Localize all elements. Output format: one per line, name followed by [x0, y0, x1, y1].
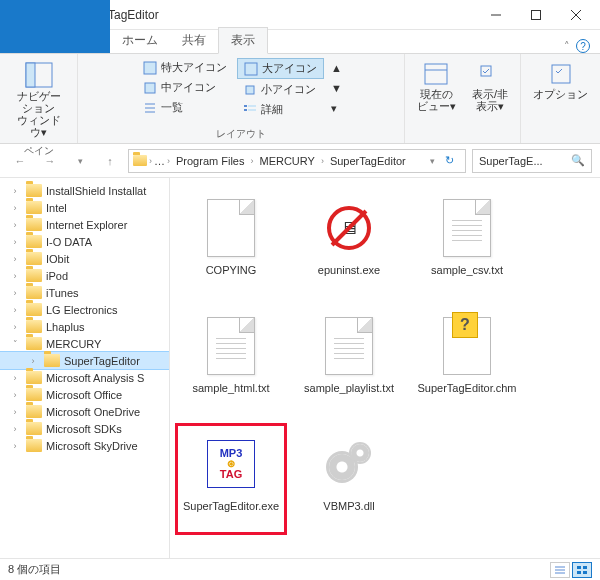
expand-icon[interactable]: › [8, 271, 22, 281]
nav-pane-button[interactable]: ナビゲーション ウィンドウ▾ [6, 58, 71, 142]
search-input[interactable]: SuperTagE... 🔍 [472, 149, 592, 173]
expand-icon[interactable]: › [26, 356, 40, 366]
maximize-button[interactable] [516, 1, 556, 29]
breadcrumb-bar[interactable]: › … › Program Files › MERCURY › SuperTag… [128, 149, 466, 173]
expand-icon[interactable]: › [8, 254, 22, 264]
forward-button[interactable]: → [38, 149, 62, 173]
show-hide-button[interactable]: 表示/非 表示▾ [466, 58, 514, 116]
svg-rect-15 [246, 86, 254, 94]
minimize-button[interactable] [476, 1, 516, 29]
file-item[interactable]: sample_playlist.txt [294, 306, 404, 416]
svg-rect-4 [532, 10, 541, 19]
expand-icon[interactable]: › [8, 407, 22, 417]
svg-rect-20 [425, 64, 447, 84]
file-label: sample_playlist.txt [302, 382, 396, 395]
tree-item[interactable]: ›InstallShield Installat [0, 182, 169, 199]
tab-home[interactable]: ホーム [110, 28, 170, 53]
folder-icon [26, 303, 42, 316]
file-item[interactable]: sample_html.txt [176, 306, 286, 416]
view-icons-button[interactable] [572, 562, 592, 578]
expand-icon[interactable]: › [8, 203, 22, 213]
layout-s[interactable]: 小アイコン [237, 80, 324, 99]
file-item[interactable]: VBMP3.dll [294, 424, 404, 534]
layout-detail[interactable]: 詳細 [237, 100, 324, 119]
scroll-down-icon[interactable]: ▼ [331, 82, 342, 94]
expand-icon[interactable]: › [8, 288, 22, 298]
expand-icon[interactable]: › [8, 305, 22, 315]
svg-rect-22 [481, 66, 491, 76]
tab-file[interactable]: ファイル [0, 0, 110, 53]
group-label: レイアウト [216, 127, 266, 141]
breadcrumb-item[interactable]: MERCURY [255, 155, 318, 167]
tree-item[interactable]: ›I-O DATA [0, 233, 169, 250]
layout-list[interactable]: 一覧 [137, 98, 233, 117]
tree-item[interactable]: ›SuperTagEditor [0, 352, 169, 369]
expand-icon[interactable]: › [8, 220, 22, 230]
expand-icon[interactable]: › [8, 237, 22, 247]
breadcrumb-item[interactable]: Program Files [172, 155, 248, 167]
expand-icon[interactable]: › [8, 390, 22, 400]
expand-icon[interactable]: ▾ [331, 102, 342, 115]
scroll-up-icon[interactable]: ▲ [331, 62, 342, 74]
file-item[interactable]: SuperTagEditor.chm [412, 306, 522, 416]
file-grid[interactable]: COPYING🖥epuninst.exesample_csv.txtsample… [170, 178, 600, 558]
recent-dropdown[interactable]: ▾ [68, 149, 92, 173]
nav-tree[interactable]: ›InstallShield Installat›Intel›Internet … [0, 178, 170, 558]
expand-icon[interactable]: › [8, 373, 22, 383]
ribbon: ナビゲーション ウィンドウ▾ ペイン 特大アイコン 中アイコン 一覧 大アイコン… [0, 54, 600, 144]
tree-item[interactable]: ›Microsoft OneDrive [0, 403, 169, 420]
tree-item[interactable]: ›Microsoft SkyDrive [0, 437, 169, 454]
search-placeholder: SuperTagE... [479, 155, 567, 167]
breadcrumb-ellipsis[interactable]: … [154, 155, 165, 167]
tree-item[interactable]: ›Microsoft Analysis S [0, 369, 169, 386]
expand-icon[interactable]: › [8, 424, 22, 434]
expand-icon[interactable]: ˅ [8, 339, 22, 349]
file-item[interactable]: MP3⊛TAGSuperTagEditor.exe [176, 424, 286, 534]
tree-item[interactable]: ›IObit [0, 250, 169, 267]
options-button[interactable]: オプション [527, 58, 594, 104]
file-item[interactable]: 🖥epuninst.exe [294, 188, 404, 298]
tree-item[interactable]: ›LG Electronics [0, 301, 169, 318]
folder-icon [26, 235, 42, 248]
tab-share[interactable]: 共有 [170, 28, 218, 53]
folder-icon [26, 405, 42, 418]
tree-item[interactable]: ›Microsoft SDKs [0, 420, 169, 437]
tree-item[interactable]: ›Internet Explorer [0, 216, 169, 233]
tree-item[interactable]: ›Intel [0, 199, 169, 216]
file-item[interactable]: COPYING [176, 188, 286, 298]
svg-rect-30 [583, 571, 587, 574]
file-icon [321, 314, 377, 378]
tab-view[interactable]: 表示 [218, 27, 268, 54]
chevron-right-icon[interactable]: › [149, 156, 152, 166]
layout-xl[interactable]: 特大アイコン [137, 58, 233, 77]
help-icon[interactable]: ? [576, 39, 590, 53]
tree-item-label: SuperTagEditor [64, 355, 140, 367]
tree-item[interactable]: ˅MERCURY [0, 335, 169, 352]
tree-item-label: iTunes [46, 287, 79, 299]
layout-l[interactable]: 大アイコン [237, 58, 324, 79]
up-button[interactable]: ↑ [98, 149, 122, 173]
current-view-button[interactable]: 現在の ビュー▾ [411, 58, 462, 116]
tree-item-label: Lhaplus [46, 321, 85, 333]
tree-item[interactable]: ›iTunes [0, 284, 169, 301]
back-button[interactable]: ← [8, 149, 32, 173]
layout-m[interactable]: 中アイコン [137, 78, 233, 97]
collapse-ribbon-icon[interactable]: ˄ [564, 40, 570, 53]
close-button[interactable] [556, 1, 596, 29]
tree-item[interactable]: ›iPod [0, 267, 169, 284]
address-bar: ← → ▾ ↑ › … › Program Files › MERCURY › … [0, 144, 600, 178]
chevron-down-icon[interactable]: ▾ [430, 156, 435, 166]
expand-icon[interactable]: › [8, 441, 22, 451]
refresh-button[interactable]: ↻ [437, 149, 461, 173]
svg-rect-29 [577, 571, 581, 574]
tree-item[interactable]: ›Microsoft Office [0, 386, 169, 403]
expand-icon[interactable]: › [8, 322, 22, 332]
expand-icon[interactable]: › [8, 186, 22, 196]
folder-icon [26, 269, 42, 282]
breadcrumb-item[interactable]: SuperTagEditor [326, 155, 410, 167]
file-item[interactable]: sample_csv.txt [412, 188, 522, 298]
window-controls [476, 1, 596, 29]
ribbon-group-layout: 特大アイコン 中アイコン 一覧 大アイコン 小アイコン 詳細 ▲▼▾ レイアウト [78, 54, 405, 143]
tree-item[interactable]: ›Lhaplus [0, 318, 169, 335]
view-details-button[interactable] [550, 562, 570, 578]
